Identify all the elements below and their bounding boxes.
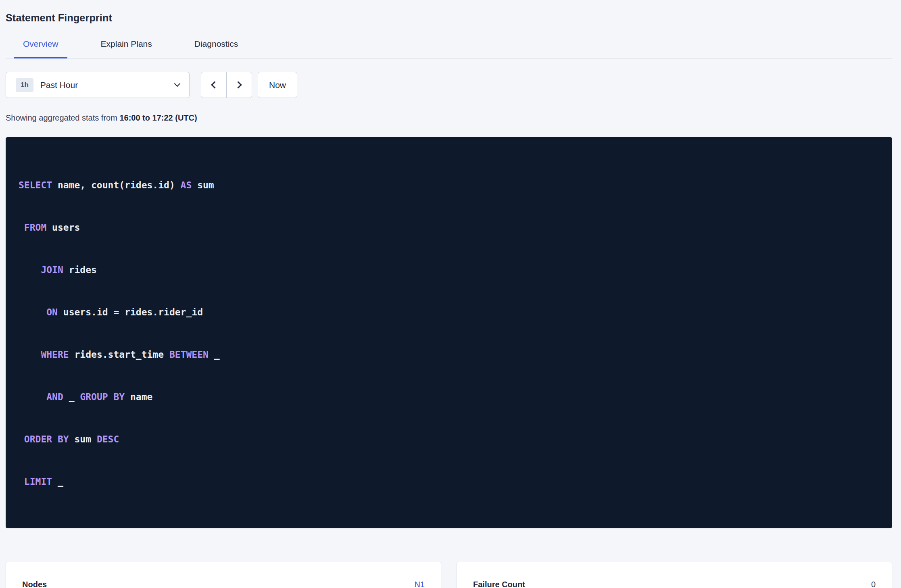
sql-text: rides.start_time (69, 349, 169, 360)
detail-row-nodes: Nodes N1 (22, 573, 425, 588)
stats-summary-prefix: Showing aggregated stats from (6, 113, 119, 122)
sql-line: WHERE rides.start_time BETWEEN _ (19, 348, 879, 362)
time-controls: 1h Past Hour Now (6, 72, 892, 98)
sql-line: JOIN rides (19, 263, 879, 277)
sql-text (19, 476, 24, 487)
tab-bar: Overview Explain Plans Diagnostics (6, 39, 892, 58)
interval-badge: 1h (16, 78, 33, 92)
sql-text: users.id = rides.rider_id (58, 307, 203, 317)
previous-range-button[interactable] (201, 72, 227, 98)
stats-summary-range: 16:00 to 17:22 (UTC) (119, 113, 197, 122)
time-range-dropdown[interactable]: 1h Past Hour (6, 72, 190, 98)
sql-keyword: WHERE (41, 349, 69, 360)
sql-keyword: LIMIT (24, 476, 52, 487)
time-step-button-group (201, 72, 252, 98)
sql-line: ORDER BY sum DESC (19, 432, 879, 446)
sql-text (19, 222, 24, 233)
sql-text (19, 307, 46, 317)
sql-text: _ (209, 349, 220, 360)
sql-statement-box: SELECT name, count(rides.id) AS sum FROM… (6, 137, 892, 528)
sql-text: name, count(rides.id) (52, 180, 181, 190)
sql-keyword: AND (46, 392, 63, 402)
aggregated-stats-summary: Showing aggregated stats from 16:00 to 1… (6, 113, 892, 123)
sql-line: FROM users (19, 221, 879, 235)
sql-keyword: BETWEEN (169, 349, 209, 360)
page-title: Statement Fingerprint (6, 12, 892, 24)
sql-keyword: GROUP BY (80, 392, 125, 402)
next-range-button[interactable] (226, 72, 252, 98)
sql-keyword: AS (181, 180, 192, 190)
sql-text: users (46, 222, 80, 233)
sql-line: SELECT name, count(rides.id) AS sum (19, 178, 879, 192)
sql-line: AND _ GROUP BY name (19, 390, 879, 404)
statement-details-card: Nodes N1 Regions local Database movr App… (6, 562, 441, 588)
sql-keyword: SELECT (19, 180, 52, 190)
sql-keyword: ON (46, 307, 58, 317)
now-button[interactable]: Now (258, 72, 297, 98)
chevron-left-icon (211, 81, 218, 88)
sql-text (19, 265, 41, 275)
sql-keyword: JOIN (41, 265, 63, 275)
chevron-down-icon (174, 81, 181, 87)
statement-fingerprint-page: Statement Fingerprint Overview Explain P… (0, 0, 901, 588)
chevron-right-icon (234, 81, 242, 88)
row-label: Failure Count (473, 579, 525, 588)
tab-overview[interactable]: Overview (14, 39, 67, 58)
nodes-link[interactable]: N1 (414, 579, 425, 588)
row-label: Nodes (22, 579, 47, 588)
execution-attributes-card: Failure Count 0 Full scan? Yes Vectorize… (457, 562, 892, 588)
sql-keyword: FROM (24, 222, 46, 233)
tab-diagnostics[interactable]: Diagnostics (186, 39, 247, 58)
sql-keyword: ORDER BY (24, 434, 69, 444)
sql-text: _ (63, 392, 80, 402)
sql-text: sum (192, 180, 214, 190)
sql-keyword: DESC (97, 434, 119, 444)
detail-row-failure-count: Failure Count 0 (473, 573, 876, 588)
sql-line: ON users.id = rides.rider_id (19, 305, 879, 319)
sql-text: name (125, 392, 152, 402)
tab-explain-plans[interactable]: Explain Plans (92, 39, 161, 58)
sql-text (19, 349, 41, 360)
sql-text: sum (69, 434, 97, 444)
sql-text (19, 434, 24, 444)
sql-text: _ (52, 476, 63, 487)
selected-range-label: Past Hour (40, 80, 78, 90)
sql-text: rides (63, 265, 97, 275)
row-value: 0 (871, 579, 876, 588)
sql-text (19, 392, 46, 402)
sql-line: LIMIT _ (19, 475, 879, 489)
